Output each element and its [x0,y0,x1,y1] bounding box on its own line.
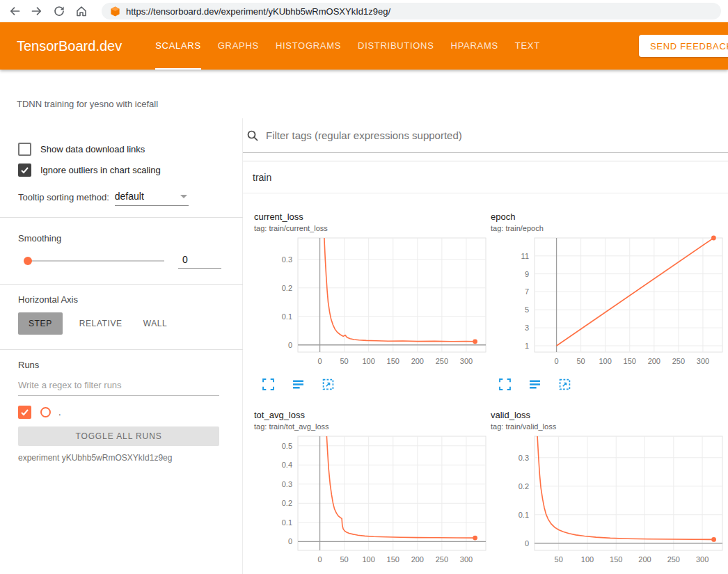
svg-text:50: 50 [576,357,585,365]
fit-domain-icon[interactable] [322,378,334,390]
browser-toolbar: https://tensorboard.dev/experiment/yKUbh… [0,0,728,22]
svg-text:250: 250 [436,357,448,365]
svg-text:250: 250 [672,357,685,365]
chart-title: epoch [491,212,727,223]
experiment-id-line: experiment yKUbhb5wRmOSXYkId1z9eg [18,453,242,463]
tab-histograms[interactable]: HISTOGRAMS [276,22,341,70]
experiment-strip: TDNN training for yesno with icefall [0,70,728,119]
tooltip-sorting-label: Tooltip sorting method: [18,192,109,206]
svg-text:0.2: 0.2 [519,482,529,491]
tag-filter-row [243,118,728,153]
browser-window: https://tensorboard.dev/experiment/yKUbh… [0,0,728,574]
svg-text:0: 0 [554,357,558,365]
svg-text:300: 300 [697,357,709,365]
svg-text:0.2: 0.2 [282,499,292,507]
svg-text:150: 150 [624,357,636,365]
content-area: Show data download links Ignore outliers… [0,118,728,574]
experiment-title: TDNN training for yesno with icefall [17,99,158,109]
svg-text:300: 300 [696,555,709,564]
runs-filter-input[interactable] [18,380,219,396]
svg-text:0.1: 0.1 [282,312,292,321]
chart-card-epoch: epochtag: train/epoch1357911050100150200… [491,212,727,390]
tooltip-sorting-value: default [115,191,144,202]
axis-wall-button[interactable]: WALL [143,319,168,328]
expand-card-icon[interactable] [262,378,274,390]
svg-text:0.3: 0.3 [519,454,529,462]
svg-text:0: 0 [288,537,292,545]
tab-graphs[interactable]: GRAPHS [218,22,259,70]
chart-title: current_loss [254,212,491,223]
tooltip-sorting-select[interactable]: default [115,191,189,206]
svg-text:100: 100 [581,555,594,564]
svg-text:200: 200 [411,357,424,365]
send-feedback-button[interactable]: SEND FEEDBACK [639,35,728,57]
chart-plot-tot_avg_loss[interactable]: 00.10.20.30.40.5050100150200250300 [254,432,491,571]
svg-text:9: 9 [525,270,529,278]
home-icon[interactable] [74,3,89,19]
tag-group-card: train current_losstag: train/current_los… [243,161,728,574]
svg-text:100: 100 [363,357,375,365]
run-item: . [18,406,242,418]
tag-filter-input[interactable] [264,129,728,142]
svg-text:250: 250 [667,555,680,564]
smoothing-value-input[interactable]: 0 [178,254,221,269]
expand-card-icon[interactable] [499,378,511,390]
svg-text:7: 7 [525,287,529,296]
url-text: https://tensorboard.dev/experiment/yKUbh… [126,6,390,17]
tab-text[interactable]: TEXT [515,22,540,70]
run-checkbox[interactable] [18,406,31,419]
svg-text:200: 200 [638,555,651,564]
svg-text:0.3: 0.3 [282,255,292,264]
tag-group-header[interactable]: train [243,161,728,193]
back-icon[interactable] [7,3,22,19]
tab-distributions[interactable]: DISTRIBUTIONS [358,22,434,70]
svg-text:0.5: 0.5 [282,442,292,450]
address-bar[interactable]: https://tensorboard.dev/experiment/yKUbh… [102,3,721,19]
horizontal-axis-label: Horizontal Axis [18,294,242,305]
chart-plot-valid_loss[interactable]: 00.10.20.350100150200250300 [491,432,727,571]
search-icon [246,129,259,142]
svg-text:0.1: 0.1 [519,511,529,519]
svg-text:3: 3 [525,324,529,332]
nav-tabs: SCALARS GRAPHS HISTOGRAMS DISTRIBUTIONS … [155,22,557,70]
axis-step-button[interactable]: STEP [18,312,63,335]
chart-plot-epoch[interactable]: 1357911050100150200250300 [491,234,727,373]
run-color-swatch[interactable] [40,407,51,417]
app-title: TensorBoard.dev [17,38,122,54]
svg-text:50: 50 [340,555,348,564]
svg-text:50: 50 [340,357,348,365]
svg-text:5: 5 [525,305,529,314]
divider [0,349,243,350]
chart-card-tot_avg_loss: tot_avg_losstag: train/tot_avg_loss00.10… [254,410,491,574]
app-header: TensorBoard.dev SCALARS GRAPHS HISTOGRAM… [0,22,728,70]
chart-plot-current_loss[interactable]: 00.10.20.3050100150200250300 [254,234,491,373]
data-lines-icon[interactable] [292,378,304,390]
chart-tag: tag: train/valid_loss [491,422,727,431]
tab-hparams[interactable]: HPARAMS [451,22,498,70]
show-download-checkbox[interactable] [18,143,31,156]
ignore-outliers-row: Ignore outliers in chart scaling [18,161,242,178]
fit-domain-icon[interactable] [559,378,571,390]
chart-tag: tag: train/current_loss [254,223,491,233]
data-lines-icon[interactable] [529,378,541,390]
charts-grid: current_losstag: train/current_loss00.10… [243,193,728,574]
svg-text:0: 0 [525,539,529,548]
tab-scalars[interactable]: SCALARS [155,22,201,70]
ignore-outliers-checkbox[interactable] [18,164,31,177]
svg-text:250: 250 [436,555,448,564]
reload-icon[interactable] [52,3,67,19]
ignore-outliers-label: Ignore outliers in chart scaling [40,165,161,175]
svg-text:50: 50 [555,555,563,564]
settings-sidebar: Show data download links Ignore outliers… [0,118,243,574]
smoothing-slider[interactable] [25,260,164,262]
axis-relative-button[interactable]: RELATIVE [79,319,122,328]
smoothing-slider-thumb[interactable] [24,257,32,265]
chevron-down-icon [180,195,187,198]
run-name: . [58,407,61,417]
chart-tag: tag: train/epoch [491,223,727,233]
forward-icon[interactable] [29,3,45,19]
svg-text:300: 300 [460,555,473,564]
toggle-all-runs-button[interactable]: TOGGLE ALL RUNS [18,426,219,446]
svg-text:0.2: 0.2 [282,284,292,292]
chart-card-valid_loss: valid_losstag: train/valid_loss00.10.20.… [491,410,727,574]
